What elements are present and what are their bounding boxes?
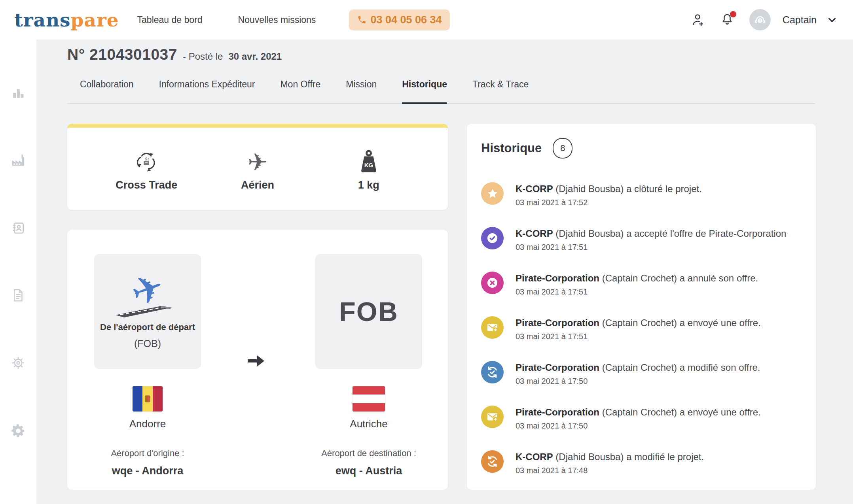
history-entry-text: (Captain Crochet) a envoyé une offre.: [602, 407, 761, 417]
notifications-bell-icon[interactable]: [720, 13, 734, 27]
airplane-departure-icon: ✈: [121, 274, 174, 319]
tab[interactable]: Track & Trace: [472, 79, 529, 103]
history-entry: K-CORP (Djahid Bousba) a modifié le proj…: [481, 450, 804, 475]
gear-icon[interactable]: [10, 423, 26, 440]
destination-country: Autriche: [350, 418, 387, 430]
history-entry-company: Pirate-Corporation: [516, 273, 599, 283]
bar-chart-icon[interactable]: [11, 85, 26, 102]
origin-box-title: De l'aéroport de départ: [100, 322, 195, 332]
posted-date: 30 avr. 2021: [228, 51, 282, 62]
airplane-icon: ✈: [248, 147, 267, 174]
austria-flag: [353, 386, 385, 412]
destination-airport-label: Aéroport de destination :: [321, 448, 416, 459]
tab[interactable]: Mission: [346, 79, 377, 103]
mission-number: N° 2104301037: [67, 46, 177, 63]
history-entry-company: K-CORP: [516, 183, 553, 194]
origin-box: ✈ De l'aéroport de départ (FOB): [94, 254, 201, 369]
summary-item: KG 1 kg: [321, 147, 416, 191]
origin-box-subtitle: (FOB): [134, 338, 161, 349]
history-header: Historique 8: [481, 138, 804, 159]
add-user-icon[interactable]: [691, 13, 705, 27]
history-entry: K-CORP (Djahid Bousba) a clôturé le proj…: [481, 182, 804, 207]
history-entry-text: (Djahid Bousba) a modifié le projet.: [555, 451, 704, 462]
phone-icon: [357, 15, 366, 25]
svg-text:KG: KG: [364, 162, 373, 168]
history-entry: Pirate-Corporation (Captain Crochet) a e…: [481, 406, 804, 430]
origin-column: ✈ De l'aéroport de départ (FOB): [94, 254, 201, 477]
cancel-icon: [481, 272, 504, 294]
nav-link-new-missions[interactable]: Nouvelles missions: [238, 15, 316, 25]
history-entry: K-CORP (Djahid Bousba) a accepté l'offre…: [481, 227, 804, 252]
history-entry-text: (Djahid Bousba) a clôturé le projet.: [555, 183, 702, 194]
history-entry-text: (Captain Crochet) a annulé son offre.: [602, 273, 758, 283]
route-card: ✈ De l'aéroport de départ (FOB): [67, 230, 448, 490]
phone-number: 03 04 05 06 34: [370, 14, 442, 26]
tab-bar: Collaboration Informations Expéditeur Mo…: [67, 79, 815, 104]
history-entry-company: Pirate-Corporation: [516, 362, 599, 373]
origin-airport-value: wqe - Andorra: [112, 465, 184, 477]
history-entry-company: K-CORP: [516, 451, 553, 462]
send-icon: [481, 406, 504, 428]
send-icon: [481, 316, 504, 339]
history-entry: Pirate-Corporation (Captain Crochet) a e…: [481, 316, 804, 341]
history-entry-date: 03 mai 2021 à 17:51: [516, 287, 758, 296]
star-icon: [481, 182, 504, 205]
logo-part-2: pare: [71, 9, 119, 31]
incoterm-value: FOB: [339, 296, 398, 327]
posted-prefix: - Posté le: [183, 51, 223, 62]
history-panel: Historique 8 K-CORP (Djahid Bousba) a cl…: [467, 124, 816, 490]
contacts-icon[interactable]: [11, 221, 26, 237]
history-entry-text: (Djahid Bousba) a accepté l'offre de Pir…: [555, 228, 786, 239]
sync-icon: [481, 450, 504, 473]
destination-column: FOB Autriche Aéroport de destination : e…: [315, 254, 422, 477]
helm-icon[interactable]: [10, 355, 26, 372]
history-entry-date: 03 mai 2021 à 17:51: [516, 332, 761, 341]
history-entry-date: 03 mai 2021 à 17:51: [516, 243, 786, 252]
andorra-flag: [133, 386, 163, 412]
check-icon: [481, 227, 504, 249]
destination-airport-value: ewq - Austria: [336, 465, 402, 477]
avatar[interactable]: [749, 9, 771, 30]
summary-item: ✈ Aérien: [210, 147, 305, 191]
transpare-logo[interactable]: transpare: [14, 11, 119, 29]
history-entry: Pirate-Corporation (Captain Crochet) a a…: [481, 272, 804, 296]
andorra-crest: [145, 396, 150, 402]
logo-part-1: trans: [14, 9, 71, 31]
left-sidebar: [0, 40, 36, 504]
top-navbar: transpare Tableau de bord Nouvelles miss…: [0, 0, 853, 40]
history-entry-company: Pirate-Corporation: [516, 407, 599, 417]
history-entry: Pirate-Corporation (Captain Crochet) a m…: [481, 361, 804, 386]
history-entry-date: 03 mai 2021 à 17:48: [516, 466, 704, 475]
history-entry-company: Pirate-Corporation: [516, 317, 599, 328]
tab[interactable]: Informations Expéditeur: [159, 79, 255, 103]
main-content: N° 2104301037 - Posté le 30 avr. 2021 Co…: [36, 40, 853, 504]
summary-item-label: Aérien: [241, 179, 274, 191]
history-count-badge: 8: [553, 138, 572, 159]
factory-icon[interactable]: [10, 153, 26, 170]
user-menu-name[interactable]: Captain: [783, 14, 817, 26]
history-entry-date: 03 mai 2021 à 17:50: [516, 377, 760, 386]
mission-summary-card: Cross Trade ✈ Aérien KG 1 kg: [67, 124, 448, 210]
document-icon[interactable]: [11, 288, 26, 304]
summary-item: Cross Trade: [99, 147, 194, 191]
notification-dot: [730, 11, 736, 17]
cross-trade-icon: [134, 147, 159, 174]
tab[interactable]: Collaboration: [80, 79, 134, 103]
origin-airport-label: Aéroport d'origine :: [111, 448, 184, 459]
history-entry-text: (Captain Crochet) a envoyé une offre.: [602, 317, 761, 328]
sync-icon: [481, 361, 504, 383]
history-entry-date: 03 mai 2021 à 17:50: [516, 421, 761, 430]
tab[interactable]: Historique: [402, 79, 447, 104]
tab[interactable]: Mon Offre: [280, 79, 320, 103]
phone-badge[interactable]: 03 04 05 06 34: [349, 9, 449, 30]
weight-icon: KG: [358, 147, 380, 174]
origin-country: Andorre: [129, 418, 166, 430]
incoterm-box: FOB: [315, 254, 422, 369]
summary-item-label: Cross Trade: [116, 179, 177, 191]
chevron-down-icon[interactable]: [826, 14, 838, 26]
nav-link-dashboard[interactable]: Tableau de bord: [137, 15, 203, 25]
history-list: K-CORP (Djahid Bousba) a clôturé le proj…: [481, 182, 804, 475]
history-entry-company: K-CORP: [516, 228, 553, 239]
route-arrow-icon: [246, 353, 266, 370]
history-entry-date: 03 mai 2021 à 17:52: [516, 198, 702, 207]
